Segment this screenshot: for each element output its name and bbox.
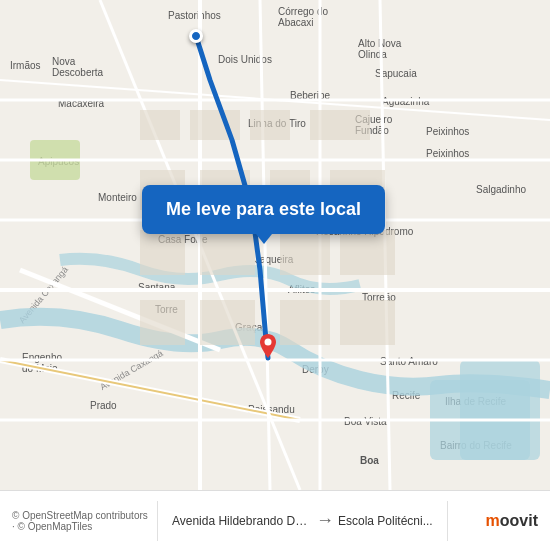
bottom-bar: © OpenStreetMap contributors · © OpenMap… [0, 490, 550, 550]
svg-rect-32 [280, 300, 330, 345]
from-location: Avenida Hildebrando De Vasco... [172, 514, 312, 528]
divider2 [447, 501, 448, 541]
map-container: Córrego doAbacaxi Alto NovaOlinda Sapuca… [0, 0, 550, 490]
divider1 [157, 501, 158, 541]
arrow-icon: → [316, 510, 334, 531]
to-location: Escola Politécni... [338, 514, 433, 528]
svg-rect-21 [310, 110, 370, 140]
svg-rect-30 [140, 300, 185, 345]
navigate-tooltip[interactable]: Me leve para este local [142, 185, 385, 234]
moovit-logo: moovit [486, 512, 538, 530]
moovit-section: moovit [456, 512, 538, 530]
svg-rect-29 [340, 230, 395, 275]
svg-rect-18 [140, 110, 180, 140]
svg-point-34 [265, 339, 272, 346]
svg-rect-33 [340, 300, 395, 345]
copyright-section: © OpenStreetMap contributors · © OpenMap… [12, 510, 149, 532]
copyright-text: © OpenStreetMap contributors · © OpenMap… [12, 510, 149, 532]
svg-rect-27 [200, 230, 255, 275]
svg-rect-28 [280, 230, 330, 275]
svg-rect-19 [190, 110, 240, 140]
map-roads-svg [0, 0, 550, 490]
route-section: Avenida Hildebrando De Vasco... → Escola… [166, 510, 439, 531]
origin-marker [189, 29, 203, 43]
svg-rect-26 [140, 230, 185, 275]
moovit-text: oovit [500, 512, 538, 529]
svg-rect-31 [200, 300, 255, 345]
svg-line-4 [0, 360, 300, 420]
destination-pin [256, 334, 280, 366]
svg-rect-20 [250, 110, 290, 140]
